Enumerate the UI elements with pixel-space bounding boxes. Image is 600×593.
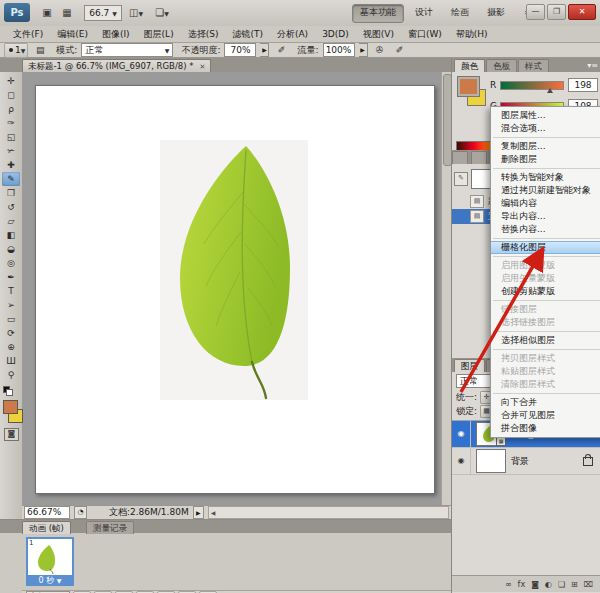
zoom-level-control[interactable]: 66.7 ▼ xyxy=(84,5,122,21)
layers-panel-tab[interactable]: 图层 xyxy=(454,359,485,373)
new-layer-icon[interactable]: ⊞ xyxy=(571,580,578,589)
context-menu-item[interactable]: 向下合并 xyxy=(491,396,600,409)
gradient-tool[interactable]: ◧ xyxy=(2,228,20,242)
eye-icon[interactable]: ◉ xyxy=(452,421,471,447)
scrollbar-thumb[interactable] xyxy=(443,74,451,166)
status-flyout-arrow[interactable]: ▶ xyxy=(193,506,204,519)
context-menu-item[interactable]: 删除图层 xyxy=(491,153,600,166)
menubar-item[interactable]: 视图(V) xyxy=(356,27,401,42)
context-menu-item[interactable]: 清除图层样式 xyxy=(491,378,600,391)
new-group-icon[interactable]: ❏ xyxy=(558,580,565,589)
bridge-icon[interactable]: ▣ xyxy=(38,4,56,21)
history-brush-tool[interactable]: ↺ xyxy=(2,200,20,214)
panel-tab-stub[interactable] xyxy=(452,151,468,165)
toggle-brush-panel-icon[interactable]: ▤ xyxy=(32,44,48,56)
canvas-area[interactable] xyxy=(22,72,451,505)
blur-tool[interactable]: ◒ xyxy=(2,242,20,256)
foreground-color-swatch[interactable] xyxy=(458,77,479,96)
context-menu-item[interactable]: 导出内容... xyxy=(491,210,600,223)
status-zoom-input[interactable]: 66.67% xyxy=(24,506,70,519)
menubar-item[interactable]: 编辑(E) xyxy=(50,27,95,42)
workspace-button[interactable]: 设计 xyxy=(408,4,440,21)
eraser-tool[interactable]: ▱ xyxy=(2,214,20,228)
workspace-button[interactable]: 摄影 xyxy=(480,4,512,21)
marquee-tool[interactable]: ◻ xyxy=(2,88,20,102)
scroll-left-icon[interactable]: ◀ xyxy=(211,509,216,516)
layer-row-background[interactable]: ◉ 背景 xyxy=(452,448,600,475)
move-tool[interactable]: ✛ xyxy=(2,74,20,88)
add-mask-icon[interactable]: ◙ xyxy=(531,580,539,589)
tab-measurement-log[interactable]: 测量记录 xyxy=(86,521,134,534)
context-menu-item[interactable]: 粘贴图层样式 xyxy=(491,365,600,378)
context-menu-item[interactable]: 栅格化图层 xyxy=(491,241,600,254)
quick-selection-tool[interactable]: ✑ xyxy=(2,116,20,130)
context-menu-item[interactable]: 启用图层蒙版 xyxy=(491,259,600,272)
default-colors-icon[interactable] xyxy=(3,386,13,395)
context-menu-item[interactable]: 拷贝图层样式 xyxy=(491,352,600,365)
blend-mode-select[interactable]: 正常 ▼ xyxy=(81,43,173,57)
context-menu-item[interactable]: 通过拷贝新建智能对象 xyxy=(491,184,600,197)
channel-value-input[interactable]: 198 xyxy=(568,78,598,92)
eyedropper-tool[interactable]: ✃ xyxy=(2,144,20,158)
history-brush-source-icon[interactable]: ✎ xyxy=(454,172,468,186)
view-extras-icon[interactable]: ▦ xyxy=(58,4,76,21)
context-menu-item[interactable]: 选择链接图层 xyxy=(491,316,600,329)
layer-style-icon[interactable]: fx xyxy=(518,580,526,589)
opacity-input[interactable]: 70% xyxy=(224,43,256,57)
workspace-button[interactable]: 绘画 xyxy=(444,4,476,21)
pen-tool[interactable]: ✒ xyxy=(2,270,20,284)
menubar-item[interactable]: 窗口(W) xyxy=(401,27,449,42)
flow-slider-arrow[interactable]: ▶ xyxy=(359,43,368,57)
delete-layer-icon[interactable]: ⌧ xyxy=(584,580,593,589)
context-menu-item[interactable]: 拼合图像 xyxy=(491,422,600,435)
slider-thumb-icon[interactable] xyxy=(547,88,553,93)
document-tab[interactable]: 未标题-1 @ 66.7% (IMG_6907, RGB/8) * ✕ xyxy=(22,59,211,73)
restore-button[interactable]: ❐ xyxy=(547,4,566,20)
clone-stamp-tool[interactable]: ❐ xyxy=(2,186,20,200)
animation-frame-1[interactable]: 1 xyxy=(26,537,74,579)
menubar-item[interactable]: 图像(I) xyxy=(95,27,137,42)
opacity-slider-arrow[interactable]: ▶ xyxy=(260,43,269,57)
workspace-button[interactable]: 基本功能 xyxy=(352,4,404,23)
dodge-tool[interactable]: ◎ xyxy=(2,256,20,270)
horizontal-scrollbar[interactable]: ◀ xyxy=(208,506,449,519)
context-menu-item[interactable]: 复制图层... xyxy=(491,140,600,153)
channel-slider[interactable] xyxy=(500,81,564,90)
menubar-item[interactable]: 选择(S) xyxy=(181,27,226,42)
screen-mode-icon[interactable]: ❏▼ xyxy=(152,4,172,21)
color-panel-tab[interactable]: 色板 xyxy=(486,59,517,73)
context-menu-item[interactable]: 替换内容... xyxy=(491,223,600,236)
layer-thumbnail[interactable] xyxy=(476,449,506,473)
airbrush-icon[interactable]: ✇ xyxy=(372,44,388,56)
tablet-size-icon[interactable]: ✐ xyxy=(392,44,408,56)
menubar-item[interactable]: 3D(D) xyxy=(315,27,356,42)
close-icon[interactable]: ✕ xyxy=(199,63,205,71)
tablet-opacity-icon[interactable]: ✐ xyxy=(273,44,289,56)
context-menu-item[interactable]: 链接图层 xyxy=(491,303,600,316)
flow-input[interactable]: 100% xyxy=(323,43,355,57)
vertical-scrollbar[interactable] xyxy=(441,72,451,505)
hand-tool[interactable]: Ш xyxy=(2,354,20,368)
lasso-tool[interactable]: ρ xyxy=(2,102,20,116)
brush-preset-picker[interactable]: 1 ▼ xyxy=(4,43,28,58)
context-menu-item[interactable]: 启用矢量蒙版 xyxy=(491,272,600,285)
context-menu-item[interactable]: 混合选项... xyxy=(491,122,600,135)
brush-tool[interactable]: ✎ xyxy=(2,172,20,186)
menubar-item[interactable]: 帮助(H) xyxy=(449,27,495,42)
adjustment-layer-icon[interactable]: ◐ xyxy=(545,580,552,589)
color-panel-tab[interactable]: 颜色 xyxy=(454,59,485,73)
zoom-tool[interactable]: ⚲ xyxy=(2,368,20,382)
menubar-item[interactable]: 分析(A) xyxy=(270,27,315,42)
arrange-documents-icon[interactable]: ◫▼ xyxy=(126,4,146,21)
foreground-color-swatch[interactable] xyxy=(3,400,18,414)
type-tool[interactable]: T xyxy=(2,284,20,298)
context-menu-item[interactable]: 创建剪贴蒙版 xyxy=(491,285,600,298)
3d-orbit-tool[interactable]: ⊕ xyxy=(2,340,20,354)
menubar-item[interactable]: 图层(L) xyxy=(137,27,181,42)
context-menu-item[interactable]: 图层属性... xyxy=(491,109,600,122)
context-menu-item[interactable]: 选择相似图层 xyxy=(491,334,600,347)
minimize-button[interactable]: — xyxy=(526,4,545,20)
context-menu-item[interactable]: 转换为智能对象 xyxy=(491,171,600,184)
tab-animation[interactable]: 动画 (帧) xyxy=(22,521,71,534)
shape-tool[interactable]: ▭ xyxy=(2,312,20,326)
